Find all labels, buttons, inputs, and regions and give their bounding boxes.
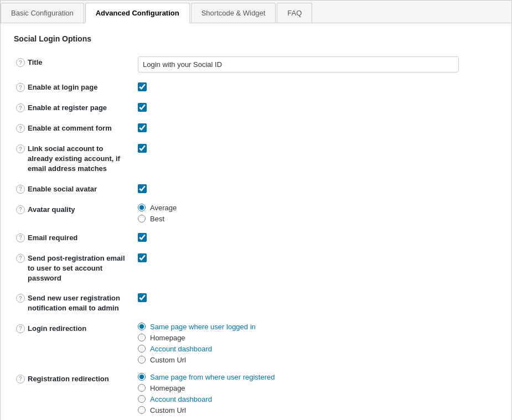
radio-option-login-homepage[interactable]: Homepage [138,334,496,342]
label-registration-redirection: Registration redirection [28,374,109,384]
label-comment-form: Enable at comment form [28,123,112,133]
label-login-redirection: Login redirection [28,324,86,334]
content-area: Social Login Options ? Title [1,23,511,420]
radio-login-homepage[interactable] [138,334,146,341]
link-login-account-dashboard[interactable]: Account dashboard [150,345,212,353]
settings-table: ? Title ? Enable at login page [14,52,498,419]
field-title: ? Title [14,52,498,77]
label-new-user-notification: Send new user registration notification … [28,293,127,313]
help-icon-registration-redirection[interactable]: ? [16,375,25,383]
help-icon-social-avatar[interactable]: ? [16,185,25,194]
checkbox-enable-login[interactable] [138,82,147,91]
field-enable-comment-form: ? Enable at comment form [14,118,498,138]
help-icon-avatar-quality[interactable]: ? [16,205,25,214]
help-icon-email-required[interactable]: ? [16,234,25,242]
field-post-registration-email: ? Send post-registration email to user t… [14,248,498,288]
help-icon-enable-login[interactable]: ? [16,83,25,92]
section-title: Social Login Options [14,34,498,43]
checkbox-comment-form[interactable] [138,123,147,132]
avatar-quality-group: Average Best [138,204,496,223]
radio-average[interactable] [138,204,146,211]
radio-label-login-custom-url: Custom Url [150,356,186,364]
help-icon-login-redirection[interactable]: ? [16,324,25,333]
label-title: Title [28,58,43,68]
tab-basic[interactable]: Basic Configuration [1,3,84,23]
help-icon-title[interactable]: ? [16,58,25,67]
checkbox-link-social[interactable] [138,144,147,153]
radio-option-reg-homepage[interactable]: Homepage [138,384,496,392]
radio-reg-same-page[interactable] [138,373,146,381]
help-icon-comment-form[interactable]: ? [16,124,25,133]
radio-option-best[interactable]: Best [138,215,496,223]
radio-label-best: Best [150,215,164,223]
help-icon-link-social[interactable]: ? [16,144,25,153]
label-avatar-quality: Avatar quality [28,205,75,215]
login-redirection-group: Same page where user logged in Homepage … [138,323,496,364]
radio-login-account-dashboard[interactable] [138,345,146,352]
field-new-user-notification: ? Send new user registration notificatio… [14,288,498,318]
tab-bar: Basic Configuration Advanced Configurati… [1,1,511,23]
radio-reg-account-dashboard[interactable] [138,395,146,403]
tab-advanced[interactable]: Advanced Configuration [85,3,190,23]
radio-option-login-custom-url[interactable]: Custom Url [138,356,496,364]
radio-option-average[interactable]: Average [138,204,496,212]
radio-reg-homepage[interactable] [138,384,146,392]
label-social-avatar: Enable social avatar [28,184,97,194]
radio-option-login-same-page[interactable]: Same page where user logged in [138,323,496,331]
link-reg-account-dashboard[interactable]: Account dashboard [150,395,212,403]
field-enable-social-avatar: ? Enable social avatar [14,179,498,199]
field-registration-redirection: ? Registration redirection Same page fro… [14,369,498,419]
radio-label-login-homepage: Homepage [150,334,185,342]
radio-best[interactable] [138,215,146,222]
help-icon-enable-register[interactable]: ? [16,103,25,112]
checkbox-enable-register[interactable] [138,103,147,112]
help-icon-post-reg-email[interactable]: ? [16,254,25,263]
radio-option-login-account-dashboard[interactable]: Account dashboard [138,345,496,353]
radio-login-custom-url[interactable] [138,356,146,364]
radio-option-reg-account-dashboard[interactable]: Account dashboard [138,395,496,403]
checkbox-post-reg-email[interactable] [138,253,147,262]
checkbox-email-required[interactable] [138,233,147,242]
tab-faq[interactable]: FAQ [277,3,312,23]
label-link-social: Link social account to already existing … [28,144,127,174]
label-enable-login: Enable at login page [28,82,97,92]
label-post-reg-email: Send post-registration email to user to … [28,253,127,284]
checkbox-social-avatar[interactable] [138,184,147,193]
main-container: Basic Configuration Advanced Configurati… [0,0,512,420]
field-enable-login-page: ? Enable at login page [14,77,498,97]
radio-login-same-page[interactable] [138,323,146,330]
checkbox-new-user-notification[interactable] [138,293,147,302]
tab-shortcode[interactable]: Shortcode & Widget [191,3,276,23]
registration-redirection-group: Same page from where user registered Hom… [138,373,496,414]
field-enable-register-page: ? Enable at register page [14,97,498,118]
radio-label-average: Average [150,204,177,212]
field-login-redirection: ? Login redirection Same page where user… [14,318,498,369]
radio-label-reg-homepage: Homepage [150,384,185,392]
label-enable-register: Enable at register page [28,103,107,113]
field-link-social-account: ? Link social account to already existin… [14,138,498,179]
link-reg-same-page[interactable]: Same page from where user registered [150,373,275,381]
field-email-required: ? Email required [14,227,498,248]
help-icon-new-user-notification[interactable]: ? [16,294,25,303]
title-input[interactable] [138,56,459,72]
radio-reg-custom-url[interactable] [138,406,146,414]
radio-label-reg-custom-url: Custom Url [150,406,186,414]
radio-option-reg-same-page[interactable]: Same page from where user registered [138,373,496,381]
label-email-required: Email required [28,233,77,243]
link-login-same-page[interactable]: Same page where user logged in [150,323,256,331]
radio-option-reg-custom-url[interactable]: Custom Url [138,406,496,414]
field-avatar-quality: ? Avatar quality Average Be [14,199,498,227]
